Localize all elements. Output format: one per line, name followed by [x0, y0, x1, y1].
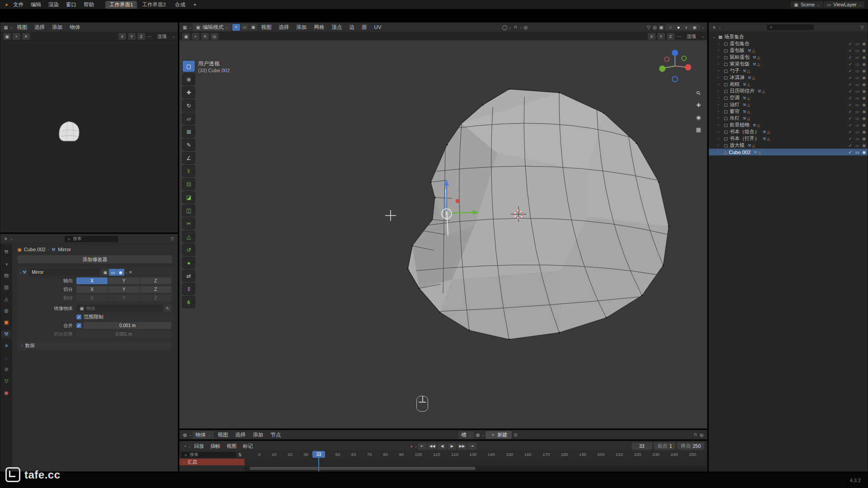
hide-viewport-icon[interactable]: ▭	[855, 96, 859, 100]
viewport-menu-item[interactable]: 网格	[311, 23, 328, 31]
item-checkbox[interactable]: ✓	[849, 103, 852, 107]
disable-render-icon[interactable]: ◉	[862, 103, 866, 107]
outliner-item-row[interactable]: › ▢ 勺子 ⚒ △ ✓ ▭ ◉	[709, 67, 868, 74]
tab-tool[interactable]: ⚒	[1, 248, 11, 256]
bisect-toggle[interactable]: X	[76, 286, 108, 293]
timeline-scrollbar[interactable]	[250, 467, 476, 470]
flip-toggle[interactable]: Y	[108, 295, 139, 301]
material-slot-dropdown[interactable]: 槽 ⌄	[458, 431, 474, 439]
hide-viewport-icon[interactable]: ▭	[855, 116, 859, 121]
viewport-menu-item[interactable]: 添加	[49, 23, 66, 31]
mirror-axis-toggle[interactable]: Z	[667, 33, 675, 40]
tool-shear[interactable]: ⋔	[182, 296, 195, 308]
outliner-item-row[interactable]: › △ Cube.002 ⚒ △ ✓ ▭ ◉	[709, 149, 868, 155]
mirror-axis-toggle[interactable]: Z	[137, 33, 145, 40]
edge-select-toggle[interactable]: ▭	[241, 24, 249, 31]
tab-physics[interactable]: ◌	[1, 354, 11, 361]
select-extend-icon[interactable]: +	[192, 33, 199, 40]
expand-icon[interactable]: ›	[718, 109, 722, 113]
topbar-menu-item[interactable]: 窗口	[63, 1, 80, 9]
outliner-item-row[interactable]: › ▢ 冰淇淋 ⚒ △ ✓ ▭ ◉	[709, 74, 868, 81]
camera-view-icon[interactable]: ◉	[694, 113, 703, 122]
tab-world[interactable]: ◍	[1, 307, 11, 314]
overlays-toggle-icon[interactable]: ◎	[652, 25, 658, 30]
timeline-menu-item[interactable]: 回放	[191, 442, 207, 450]
viewport-menu-item[interactable]: 顶点	[329, 23, 345, 31]
navigation-gizmo[interactable]	[656, 47, 694, 85]
tab-constraints[interactable]: ⊘	[1, 366, 11, 373]
timeline-menu-item[interactable]: 标记	[240, 442, 256, 450]
outliner-item-row[interactable]: › ▢ 空调 ⚒ △ ✓ ▭ ◉	[709, 94, 868, 101]
prev-keyframe-button[interactable]: ◀◀	[428, 443, 437, 450]
select-intersect-icon[interactable]: ◎	[211, 33, 218, 40]
tab-modifiers[interactable]: ⚒	[1, 330, 11, 338]
summary-channel-row[interactable]: ⌄ 汇总	[179, 459, 245, 465]
tab-particles[interactable]: ✳	[1, 342, 11, 350]
flip-toggle[interactable]: X	[76, 295, 108, 301]
timeline-menu-item[interactable]: 视图	[223, 442, 240, 450]
snap-magnet-icon[interactable]: ∪	[513, 25, 518, 30]
outliner-item-row[interactable]: › ▢ 蛋包板 ⚒ △ ✓ ▭ ◉	[709, 47, 868, 54]
shading-wireframe-icon[interactable]: ○	[668, 25, 673, 30]
expand-icon[interactable]: ›	[718, 75, 722, 80]
jump-to-start-button[interactable]: ⇤	[418, 443, 427, 450]
tool-shrink-fatten[interactable]: ⇕	[182, 283, 195, 295]
tool-spin[interactable]: ↺	[182, 244, 195, 256]
current-frame-field[interactable]: 33	[632, 442, 652, 450]
expand-icon[interactable]: ›	[718, 89, 722, 93]
mesh-object[interactable]	[179, 40, 707, 428]
mirror-object-field[interactable]: ▣ 物体	[76, 305, 163, 312]
bisect-distance-field[interactable]: 0.001 m	[76, 331, 171, 338]
close-icon[interactable]: ✕	[128, 270, 133, 275]
outliner-item-row[interactable]: › ▢ 日历明信片 ⚒ △ ✓ ▭ ◉	[709, 88, 868, 94]
mode-dropdown[interactable]: ▣ 编辑模式 ⌄	[193, 23, 231, 31]
mirror-axis-toggle[interactable]: Y	[128, 33, 136, 40]
item-checkbox[interactable]: ✓	[849, 69, 852, 73]
mirror-axis-toggle[interactable]: X	[118, 33, 126, 40]
tool-edge-slide[interactable]: ⇄	[182, 270, 195, 282]
scene-collection-row[interactable]: ⌄ ▦ 场景集合	[709, 33, 868, 40]
expand-icon[interactable]: ›	[718, 96, 722, 100]
workspace-tab[interactable]: 工作界面2	[138, 1, 170, 9]
add-modifier-button[interactable]: 添加修改器	[18, 255, 172, 263]
frame-end-field[interactable]: 终点 250	[677, 442, 704, 450]
tool-knife[interactable]: ✂	[182, 217, 195, 230]
tool-transform[interactable]: ⊞	[182, 126, 195, 138]
tab-view-layer[interactable]: ▥	[1, 283, 11, 291]
disable-render-icon[interactable]: ◉	[862, 143, 866, 148]
hide-viewport-icon[interactable]: ▭	[855, 48, 859, 53]
new-material-button[interactable]: + 新建	[486, 431, 512, 439]
hide-viewport-icon[interactable]: ▭	[855, 150, 859, 155]
outliner-item-row[interactable]: › ▢ 书本（组合） ⚒ △ ✓ ▭ ◉	[709, 128, 868, 135]
tool-inset-faces[interactable]: ⊡	[182, 178, 195, 190]
disable-render-icon[interactable]: ◉	[862, 48, 866, 53]
display-in-editmode-toggle[interactable]: ▣	[101, 269, 109, 276]
outliner[interactable]: ≡ ⌄ ⌕ ▽ ⌄ ▦ 场景集合 › ▢ 蛋包集合 ⚒ △	[708, 22, 868, 472]
flip-toggle[interactable]: Z	[140, 295, 171, 301]
select-subtract-icon[interactable]: ✕	[22, 33, 30, 40]
xray-toggle-icon[interactable]: ▣	[659, 25, 664, 30]
ortho-grid-icon[interactable]: ▦	[694, 126, 703, 134]
breadcrumb-object[interactable]: Cube.002	[24, 247, 46, 252]
play-button[interactable]: ▶	[448, 443, 457, 450]
jump-to-end-button[interactable]: ⇥	[467, 443, 476, 450]
viewport-canvas[interactable]: 用户透视 (33) Cube.002 ▢ ⊕ ✚ ↻ ▱ ⊞	[179, 40, 707, 428]
outliner-item-row[interactable]: › ▢ 放大镜 ⚒ △ ✓ ▭ ◉	[709, 142, 868, 149]
outliner-item-row[interactable]: › ▢ 紫菜包饭 ⚒ △ ✓ ▭ ◉	[709, 61, 868, 67]
editor-type-icon[interactable]: ◔	[182, 444, 188, 449]
viewport-menu-item[interactable]: 物体	[66, 23, 83, 31]
shading-rendered-icon[interactable]: ◉	[692, 25, 698, 30]
select-new-icon[interactable]: ▣	[182, 33, 190, 40]
outliner-item-row[interactable]: › ▢ 前景植物 ⚒ △ ✓ ▭ ◉	[709, 122, 868, 128]
disable-render-icon[interactable]: ◉	[862, 116, 866, 121]
editor-type-icon[interactable]: ≡	[712, 25, 717, 30]
disable-render-icon[interactable]: ◉	[862, 109, 866, 114]
snap-magnet-icon[interactable]: ∪	[693, 432, 698, 437]
hide-viewport-icon[interactable]: ▭	[855, 130, 859, 134]
pan-hand-icon[interactable]: ✚	[694, 101, 703, 109]
outliner-item-row[interactable]: › ▢ 鼠标蛋包 ⚒ △ ✓ ▭ ◉	[709, 54, 868, 61]
tool-annotate[interactable]: ✎	[182, 139, 195, 151]
workspace-tab[interactable]: 工作界面1	[105, 1, 137, 9]
clipping-checkbox[interactable]: ✓	[76, 314, 81, 319]
editor-type-icon[interactable]: ◍	[182, 432, 188, 437]
